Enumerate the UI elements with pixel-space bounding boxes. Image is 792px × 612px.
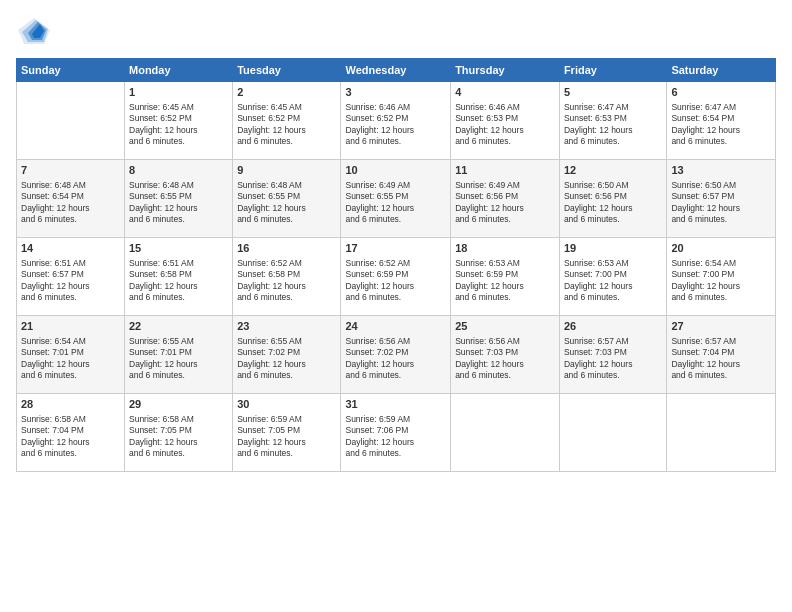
day-info: Sunrise: 6:46 AM Sunset: 6:52 PM Dayligh… (345, 102, 446, 148)
col-header-wednesday: Wednesday (341, 59, 451, 82)
day-info: Sunrise: 6:55 AM Sunset: 7:02 PM Dayligh… (237, 336, 336, 382)
cell-w4d2: 22Sunrise: 6:55 AM Sunset: 7:01 PM Dayli… (125, 316, 233, 394)
col-header-sunday: Sunday (17, 59, 125, 82)
day-number: 23 (237, 319, 336, 334)
cell-w5d2: 29Sunrise: 6:58 AM Sunset: 7:05 PM Dayli… (125, 394, 233, 472)
cell-w2d6: 12Sunrise: 6:50 AM Sunset: 6:56 PM Dayli… (559, 160, 666, 238)
cell-w5d4: 31Sunrise: 6:59 AM Sunset: 7:06 PM Dayli… (341, 394, 451, 472)
cell-w3d5: 18Sunrise: 6:53 AM Sunset: 6:59 PM Dayli… (451, 238, 560, 316)
week-row-5: 28Sunrise: 6:58 AM Sunset: 7:04 PM Dayli… (17, 394, 776, 472)
day-info: Sunrise: 6:52 AM Sunset: 6:58 PM Dayligh… (237, 258, 336, 304)
day-info: Sunrise: 6:58 AM Sunset: 7:04 PM Dayligh… (21, 414, 120, 460)
col-header-tuesday: Tuesday (233, 59, 341, 82)
day-number: 5 (564, 85, 662, 100)
cell-w4d6: 26Sunrise: 6:57 AM Sunset: 7:03 PM Dayli… (559, 316, 666, 394)
col-header-friday: Friday (559, 59, 666, 82)
cell-w3d7: 20Sunrise: 6:54 AM Sunset: 7:00 PM Dayli… (667, 238, 776, 316)
day-info: Sunrise: 6:51 AM Sunset: 6:57 PM Dayligh… (21, 258, 120, 304)
day-number: 22 (129, 319, 228, 334)
logo (16, 16, 54, 46)
day-number: 1 (129, 85, 228, 100)
cell-w3d2: 15Sunrise: 6:51 AM Sunset: 6:58 PM Dayli… (125, 238, 233, 316)
cell-w3d3: 16Sunrise: 6:52 AM Sunset: 6:58 PM Dayli… (233, 238, 341, 316)
week-row-4: 21Sunrise: 6:54 AM Sunset: 7:01 PM Dayli… (17, 316, 776, 394)
cell-w5d6 (559, 394, 666, 472)
week-row-1: 1Sunrise: 6:45 AM Sunset: 6:52 PM Daylig… (17, 82, 776, 160)
cell-w2d4: 10Sunrise: 6:49 AM Sunset: 6:55 PM Dayli… (341, 160, 451, 238)
day-number: 15 (129, 241, 228, 256)
cell-w1d6: 5Sunrise: 6:47 AM Sunset: 6:53 PM Daylig… (559, 82, 666, 160)
col-header-monday: Monday (125, 59, 233, 82)
day-info: Sunrise: 6:50 AM Sunset: 6:56 PM Dayligh… (564, 180, 662, 226)
day-number: 12 (564, 163, 662, 178)
day-number: 20 (671, 241, 771, 256)
cell-w5d1: 28Sunrise: 6:58 AM Sunset: 7:04 PM Dayli… (17, 394, 125, 472)
cell-w1d4: 3Sunrise: 6:46 AM Sunset: 6:52 PM Daylig… (341, 82, 451, 160)
day-number: 24 (345, 319, 446, 334)
cell-w1d2: 1Sunrise: 6:45 AM Sunset: 6:52 PM Daylig… (125, 82, 233, 160)
calendar-table: SundayMondayTuesdayWednesdayThursdayFrid… (16, 58, 776, 472)
cell-w4d4: 24Sunrise: 6:56 AM Sunset: 7:02 PM Dayli… (341, 316, 451, 394)
day-number: 25 (455, 319, 555, 334)
day-info: Sunrise: 6:53 AM Sunset: 6:59 PM Dayligh… (455, 258, 555, 304)
day-info: Sunrise: 6:54 AM Sunset: 7:01 PM Dayligh… (21, 336, 120, 382)
cell-w4d7: 27Sunrise: 6:57 AM Sunset: 7:04 PM Dayli… (667, 316, 776, 394)
day-info: Sunrise: 6:45 AM Sunset: 6:52 PM Dayligh… (129, 102, 228, 148)
cell-w3d1: 14Sunrise: 6:51 AM Sunset: 6:57 PM Dayli… (17, 238, 125, 316)
day-number: 11 (455, 163, 555, 178)
day-number: 28 (21, 397, 120, 412)
day-number: 26 (564, 319, 662, 334)
day-info: Sunrise: 6:52 AM Sunset: 6:59 PM Dayligh… (345, 258, 446, 304)
day-number: 9 (237, 163, 336, 178)
cell-w4d3: 23Sunrise: 6:55 AM Sunset: 7:02 PM Dayli… (233, 316, 341, 394)
cell-w1d5: 4Sunrise: 6:46 AM Sunset: 6:53 PM Daylig… (451, 82, 560, 160)
cell-w1d7: 6Sunrise: 6:47 AM Sunset: 6:54 PM Daylig… (667, 82, 776, 160)
day-info: Sunrise: 6:56 AM Sunset: 7:02 PM Dayligh… (345, 336, 446, 382)
day-number: 4 (455, 85, 555, 100)
day-info: Sunrise: 6:49 AM Sunset: 6:55 PM Dayligh… (345, 180, 446, 226)
day-info: Sunrise: 6:49 AM Sunset: 6:56 PM Dayligh… (455, 180, 555, 226)
header-row: SundayMondayTuesdayWednesdayThursdayFrid… (17, 59, 776, 82)
day-number: 17 (345, 241, 446, 256)
day-number: 29 (129, 397, 228, 412)
cell-w2d1: 7Sunrise: 6:48 AM Sunset: 6:54 PM Daylig… (17, 160, 125, 238)
week-row-3: 14Sunrise: 6:51 AM Sunset: 6:57 PM Dayli… (17, 238, 776, 316)
cell-w5d5 (451, 394, 560, 472)
cell-w2d3: 9Sunrise: 6:48 AM Sunset: 6:55 PM Daylig… (233, 160, 341, 238)
day-number: 14 (21, 241, 120, 256)
day-number: 18 (455, 241, 555, 256)
day-info: Sunrise: 6:59 AM Sunset: 7:06 PM Dayligh… (345, 414, 446, 460)
day-number: 16 (237, 241, 336, 256)
day-info: Sunrise: 6:45 AM Sunset: 6:52 PM Dayligh… (237, 102, 336, 148)
cell-w1d1 (17, 82, 125, 160)
cell-w3d6: 19Sunrise: 6:53 AM Sunset: 7:00 PM Dayli… (559, 238, 666, 316)
day-number: 21 (21, 319, 120, 334)
col-header-saturday: Saturday (667, 59, 776, 82)
day-info: Sunrise: 6:51 AM Sunset: 6:58 PM Dayligh… (129, 258, 228, 304)
day-info: Sunrise: 6:46 AM Sunset: 6:53 PM Dayligh… (455, 102, 555, 148)
day-number: 13 (671, 163, 771, 178)
day-number: 31 (345, 397, 446, 412)
day-number: 10 (345, 163, 446, 178)
day-number: 3 (345, 85, 446, 100)
cell-w2d2: 8Sunrise: 6:48 AM Sunset: 6:55 PM Daylig… (125, 160, 233, 238)
day-info: Sunrise: 6:53 AM Sunset: 7:00 PM Dayligh… (564, 258, 662, 304)
cell-w4d5: 25Sunrise: 6:56 AM Sunset: 7:03 PM Dayli… (451, 316, 560, 394)
day-info: Sunrise: 6:48 AM Sunset: 6:55 PM Dayligh… (237, 180, 336, 226)
cell-w5d3: 30Sunrise: 6:59 AM Sunset: 7:05 PM Dayli… (233, 394, 341, 472)
day-info: Sunrise: 6:54 AM Sunset: 7:00 PM Dayligh… (671, 258, 771, 304)
day-number: 8 (129, 163, 228, 178)
day-info: Sunrise: 6:55 AM Sunset: 7:01 PM Dayligh… (129, 336, 228, 382)
day-number: 6 (671, 85, 771, 100)
day-number: 30 (237, 397, 336, 412)
day-number: 19 (564, 241, 662, 256)
day-info: Sunrise: 6:58 AM Sunset: 7:05 PM Dayligh… (129, 414, 228, 460)
day-info: Sunrise: 6:48 AM Sunset: 6:54 PM Dayligh… (21, 180, 120, 226)
cell-w5d7 (667, 394, 776, 472)
cell-w4d1: 21Sunrise: 6:54 AM Sunset: 7:01 PM Dayli… (17, 316, 125, 394)
day-number: 2 (237, 85, 336, 100)
day-info: Sunrise: 6:57 AM Sunset: 7:04 PM Dayligh… (671, 336, 771, 382)
day-number: 7 (21, 163, 120, 178)
day-info: Sunrise: 6:56 AM Sunset: 7:03 PM Dayligh… (455, 336, 555, 382)
day-info: Sunrise: 6:47 AM Sunset: 6:54 PM Dayligh… (671, 102, 771, 148)
